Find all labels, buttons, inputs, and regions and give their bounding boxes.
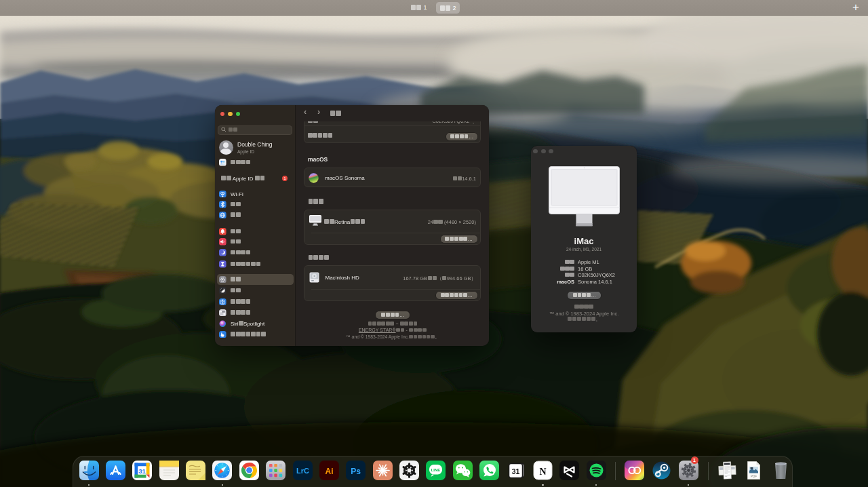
svg-text:N: N [539,467,546,477]
svg-text:LrC: LrC [296,467,309,475]
svg-text:PDF: PDF [751,475,757,478]
svg-text:Ai: Ai [325,467,333,476]
svg-text:LINE: LINE [431,468,441,472]
svg-text:31: 31 [511,467,519,475]
svg-text:Ps: Ps [351,467,361,476]
svg-text:31: 31 [138,467,146,475]
